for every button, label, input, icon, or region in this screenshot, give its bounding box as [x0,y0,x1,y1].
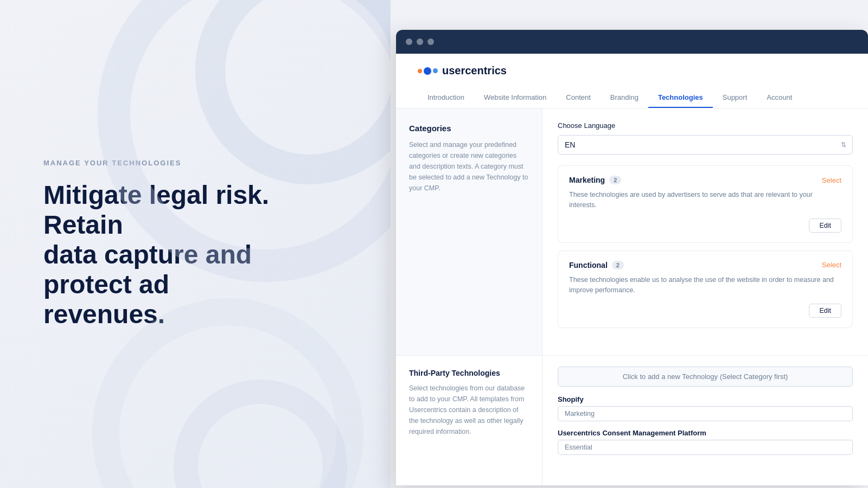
headline-line2: data capture and protect ad [43,240,252,299]
logo-dot-blue-large [424,67,431,75]
bottom-card-left: Third-Party Technologies Select technolo… [396,355,542,485]
nav-tabs: IntroductionWebsite InformationContentBr… [418,88,846,108]
logo-text: usercentrics [442,65,507,77]
category-badge-marketing: 2 [609,176,621,184]
subtitle: MANAGE YOUR TECHNOLOGIES [43,159,347,167]
category-header-marketing: Marketing 2 Select [569,176,841,184]
app-header: usercentrics IntroductionWebsite Informa… [396,54,868,108]
category-title-functional: Functional [569,261,608,269]
category-title-marketing: Marketing [569,176,605,184]
window-dot-2 [417,38,423,45]
headline-line1: Mitigate legal risk. Retain [43,181,269,239]
tech-item: Shopify Marketing [558,395,853,421]
bottom-cards: Third-Party Technologies Select technolo… [396,355,868,485]
category-edit-button-marketing[interactable]: Edit [809,219,841,233]
technology-list: Shopify Marketing Usercentrics Consent M… [558,395,853,455]
language-select[interactable]: ENDEFRESIT [558,135,853,155]
tech-item-tag: Marketing [558,406,853,421]
category-desc-functional: These technologies enable us to analyse … [569,275,841,296]
nav-tab-technologies[interactable]: Technologies [648,88,713,108]
nav-tab-content[interactable]: Content [556,88,601,108]
category-badge-functional: 2 [612,261,624,269]
category-card-functional: Functional 2 Select These technologies e… [558,251,853,328]
nav-tab-introduction[interactable]: Introduction [418,88,474,108]
tech-item-name: Usercentrics Consent Management Platform [558,429,853,437]
category-select-link-marketing[interactable]: Select [822,176,841,184]
category-header-functional: Functional 2 Select [569,261,841,269]
logo-bold: centrics [465,65,507,76]
logo-light: user [442,65,465,76]
language-select-wrapper[interactable]: ENDEFRESIT [558,135,853,155]
nav-tab-branding[interactable]: Branding [601,88,648,108]
category-desc-marketing: These technologies are used by advertise… [569,190,841,211]
sidebar-desc: Select and manage your predefined catego… [409,139,529,194]
logo-area: usercentrics [418,65,846,77]
bottom-card-title: Third-Party Technologies [409,369,529,377]
category-title-row-functional: Functional 2 [569,261,624,269]
logo-dots [418,67,438,75]
category-select-link-functional[interactable]: Select [822,261,841,269]
browser-window: usercentrics IntroductionWebsite Informa… [396,30,868,485]
logo-dot-blue-small [433,68,438,73]
sidebar-title: Categories [409,124,529,133]
category-card-marketing: Marketing 2 Select These technologies ar… [558,165,853,243]
tech-item-tag: Essential [558,440,853,455]
nav-tab-account[interactable]: Account [757,88,802,108]
categories-container: Marketing 2 Select These technologies ar… [558,165,853,328]
bottom-card-desc: Select technologies from our database to… [409,383,529,437]
headline: Mitigate legal risk. Retain data capture… [43,180,347,330]
nav-tab-website-information[interactable]: Website Information [474,88,556,108]
choose-language-label: Choose Language [558,121,853,130]
window-dot-1 [406,38,412,45]
bottom-card-right: Click to add a new Technology (Select Ca… [542,355,868,485]
tech-item-name: Shopify [558,395,853,403]
add-technology-button[interactable]: Click to add a new Technology (Select Ca… [558,367,853,387]
category-title-row-marketing: Marketing 2 [569,176,621,184]
browser-titlebar [396,30,868,54]
logo-dot-orange [418,69,422,73]
left-panel: MANAGE YOUR TECHNOLOGIES Mitigate legal … [0,0,391,488]
tech-item: Usercentrics Consent Management Platform… [558,429,853,455]
category-edit-button-functional[interactable]: Edit [809,304,841,318]
window-dot-3 [427,38,434,45]
nav-tab-support[interactable]: Support [713,88,757,108]
nav: IntroductionWebsite InformationContentBr… [418,88,846,108]
browser-content: usercentrics IntroductionWebsite Informa… [396,54,868,485]
headline-line3: revenues. [43,300,165,329]
